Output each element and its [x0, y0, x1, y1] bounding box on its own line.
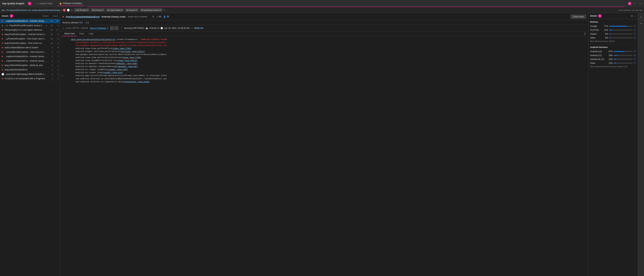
issue-text: ...rashedByAdbException - shell-induced …	[4, 51, 47, 53]
issue-row[interactable]: ✖ String.length() on a null object refer…	[0, 28, 60, 32]
version-info-icon[interactable]: ⓘ	[634, 50, 636, 53]
tab-stack-trace[interactable]: Stack trace	[62, 31, 77, 36]
clear-filter-btn[interactable]: ✕	[63, 9, 66, 12]
time-range-dropdown[interactable]: Last 90 days ▾	[74, 8, 90, 12]
stack-line: android.widget.TextView.performClick(Tex…	[60, 50, 588, 53]
version-info-icon[interactable]: ⓘ	[634, 54, 636, 57]
line-link[interactable]: (TextView.java:16112)	[119, 50, 145, 53]
version-bar-name: Android (8.1.0)	[590, 58, 606, 61]
issue-row[interactable]: ✖ lang.StackOverflowError 1 1	[0, 68, 60, 72]
issue-row[interactable]: ⊗ ...n - ClassNotFoundException at java …	[0, 23, 60, 28]
line-link[interactable]: (View.java:7792)	[112, 47, 132, 50]
tab-logs[interactable]: Logs	[87, 31, 96, 36]
expand-btn[interactable]: ▶	[62, 74, 64, 77]
warning-icon[interactable]: ⚠	[71, 9, 73, 12]
issue-text: lang.RuntimeException - Test Crash vcs	[4, 42, 47, 44]
issue-row[interactable]: ✖ button.MaterialButton with id 'button'…	[0, 46, 60, 50]
issue-row[interactable]: ✖ ...g.RuntimeException - Test Crash new…	[0, 37, 60, 41]
issue-row[interactable]: ✖ ...ceptionInInitializerError - Android…	[0, 54, 60, 59]
version-bar-container	[614, 55, 633, 56]
minimize-icon[interactable]: ─	[638, 2, 642, 6]
device-info-icon[interactable]: ⓘ	[634, 36, 636, 39]
error-icon: ✖	[2, 64, 4, 67]
issue-text: ...n - ClassNotFoundException at java li…	[4, 24, 44, 27]
line-content: com.google.android.material.button.Mater…	[70, 53, 586, 56]
stack-text: com.android.internal.os.ZygoteInit.main	[70, 80, 123, 83]
issue-text: ...ceptionInInitializerError - Android L…	[4, 55, 47, 58]
line-link[interactable]: (Handler.java:99)	[117, 65, 138, 68]
issue-row[interactable]: ✖ ...ceptionInInitializerError - Android…	[0, 19, 60, 23]
stack-line: com.example.appqualityinsightsqaapp.Main…	[60, 44, 588, 47]
issue-events: 34	[48, 24, 53, 27]
issue-row[interactable]: ✖ ...rashedByAdbException - shell-induce…	[0, 50, 60, 54]
settings-icon[interactable]: ⚙	[152, 15, 154, 18]
tab-android-vitals[interactable]: ▷ Android Vitals	[35, 1, 54, 6]
commit-icon: ⌥	[190, 27, 193, 29]
issue-row[interactable]: ✖ lang.ArithmeticException - divide by z…	[0, 63, 60, 68]
android-version-bars: Android (14) 57% ⓘ Android (11) 18% ⓘ An…	[590, 50, 636, 65]
stack-text: com.google.android.material.button.Mater…	[70, 53, 167, 56]
breadcrumb[interactable]: app › All: [appqualityrelease] com.quali…	[2, 9, 62, 11]
issue-row[interactable]: ✖ ...ceptionInInitializerError - Android…	[0, 59, 60, 63]
error-icon: ✖	[2, 55, 4, 58]
line-content: com.example.appqualityinsightsqaapp.Main…	[70, 44, 586, 47]
issue-detail-header: ✖ lang.ExceptionInInitializerError - And…	[60, 13, 588, 20]
version-info-icon[interactable]: ⓘ	[634, 58, 636, 61]
refresh-icon[interactable]: ↻	[164, 9, 166, 11]
firebase-label: Firebase Crashlytics	[63, 2, 82, 5]
issue-users: 6	[54, 38, 58, 40]
clock-icon[interactable]: 🕐	[67, 9, 70, 12]
issue-users: 2	[54, 51, 58, 53]
settings-right-icon[interactable]: ⚙	[631, 15, 633, 17]
device-info-icon[interactable]: ⓘ	[634, 29, 636, 32]
version-info-icon[interactable]: ⓘ	[634, 62, 636, 65]
version-bar-row: Android (14) 57% ⓘ	[590, 50, 636, 53]
clock-icon: 🕐	[2, 73, 4, 75]
device-bar-pct: 12%	[602, 29, 608, 31]
signal-states-dropdown[interactable]: All signal states ▾	[106, 8, 124, 12]
versions-dropdown[interactable]: All versions ▾	[90, 8, 105, 12]
issue-text: lang.RuntimeException - Android Library …	[4, 33, 47, 36]
line-link[interactable]: (ZygoteInit.java:1135)	[123, 80, 150, 83]
sidebar-notes-icon[interactable]: ✎	[638, 21, 644, 26]
tab-keys[interactable]: Keys	[77, 31, 86, 36]
next-event-btn[interactable]: ›	[114, 26, 118, 30]
line-link[interactable]: (Looper.java:226)	[107, 68, 128, 71]
detail-panel: ✖ lang.ExceptionInInitializerError - And…	[60, 13, 588, 276]
issue-row[interactable]: ✖ lang.RuntimeException - Android Librar…	[0, 32, 60, 37]
versions-value: 6.0 → 1.0	[80, 21, 89, 24]
line-link[interactable]: (Looper.java:313)	[102, 71, 123, 74]
device-info-icon[interactable]: ⓘ	[634, 32, 636, 35]
error-icon: ✖	[2, 46, 4, 49]
device-bar-fill	[609, 34, 611, 35]
device-bar-name: FUJITSU	[590, 29, 602, 31]
menu-icon[interactable]: ⋮	[633, 2, 637, 6]
close-issue-btn[interactable]: Close issue	[570, 15, 586, 19]
tab-firebase-crashlytics[interactable]: 🔥 Firebase Crashlytics	[58, 1, 84, 6]
sidebar-details-icon[interactable]: ≡	[638, 15, 644, 20]
device-bar-container	[609, 37, 633, 38]
line-link[interactable]: (View.java:7769)	[122, 56, 141, 59]
line-link[interactable]: (View.java:30213)	[117, 59, 138, 62]
android-vitals-label: Android Vitals	[39, 2, 52, 5]
line-content: android.view.View.performClick(View.java…	[70, 47, 586, 50]
issue-row[interactable]: ✖ 0,0-{0,0} is not associated with a Fra…	[0, 76, 60, 81]
line-link[interactable]: (Handler.java:938)	[116, 62, 138, 65]
version-bar-container	[614, 51, 633, 52]
device-info-icon[interactable]: ⓘ	[634, 25, 636, 28]
stack-link[interactable]: com.example.mylibrary.AndroidLibraryClas…	[70, 41, 167, 44]
device-icon: 📱	[120, 27, 123, 29]
version-bar-row: Other 12% ⓘ	[590, 62, 636, 65]
view-on-firebase-link[interactable]: View on Firebase ↗	[90, 27, 108, 29]
close-right-icon[interactable]: ─	[634, 15, 636, 17]
filter-icon[interactable]: ☰	[584, 32, 586, 35]
os-dropdown[interactable]: All operating systems ▾	[140, 8, 162, 12]
devices-dropdown[interactable]: All devices ▾	[125, 8, 139, 12]
stack-link[interactable]: com.example.appqualityinsightsqaapp.Main…	[70, 44, 167, 47]
issue-row[interactable]: ✖ lang.RuntimeException - Test Crash vcs…	[0, 41, 60, 46]
prev-event-btn[interactable]: ‹	[110, 26, 114, 30]
issue-row[interactable]: 🕐 ...ppqualityinsightsqaapp.MainActivity…	[0, 72, 60, 76]
exception-class: lang.ExceptionInInitializerError	[66, 15, 100, 18]
exception-link[interactable]: java.lang.ExceptionInInitializerError	[70, 38, 116, 41]
issues-badge: 2	[10, 14, 13, 18]
